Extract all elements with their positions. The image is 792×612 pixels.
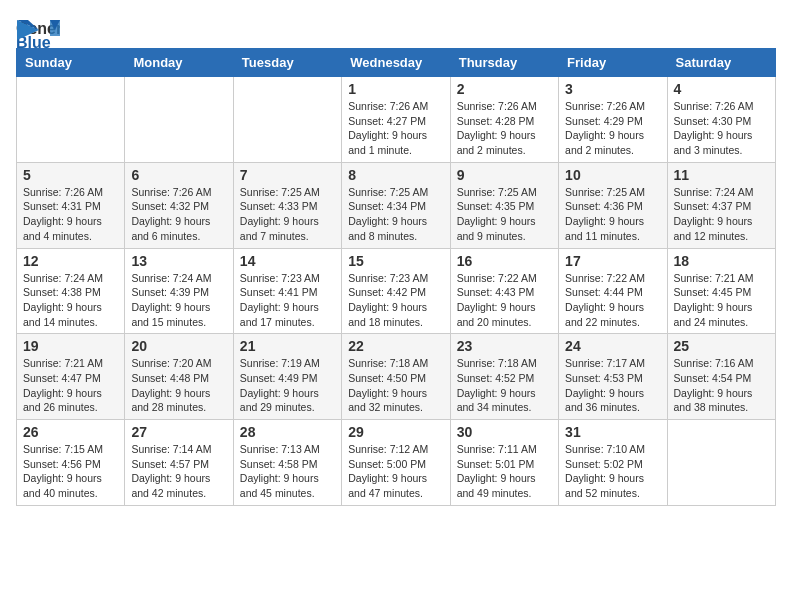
day-info: Sunrise: 7:12 AM Sunset: 5:00 PM Dayligh… bbox=[348, 442, 443, 501]
logo-triangle-icon bbox=[17, 20, 39, 40]
day-number: 11 bbox=[674, 167, 769, 183]
calendar-cell bbox=[17, 77, 125, 163]
day-number: 22 bbox=[348, 338, 443, 354]
calendar-table: SundayMondayTuesdayWednesdayThursdayFrid… bbox=[16, 48, 776, 506]
day-info: Sunrise: 7:22 AM Sunset: 4:44 PM Dayligh… bbox=[565, 271, 660, 330]
calendar-cell: 8Sunrise: 7:25 AM Sunset: 4:34 PM Daylig… bbox=[342, 162, 450, 248]
day-info: Sunrise: 7:26 AM Sunset: 4:29 PM Dayligh… bbox=[565, 99, 660, 158]
calendar-cell: 11Sunrise: 7:24 AM Sunset: 4:37 PM Dayli… bbox=[667, 162, 775, 248]
calendar-header-row: SundayMondayTuesdayWednesdayThursdayFrid… bbox=[17, 49, 776, 77]
day-number: 7 bbox=[240, 167, 335, 183]
calendar-cell: 9Sunrise: 7:25 AM Sunset: 4:35 PM Daylig… bbox=[450, 162, 558, 248]
day-number: 15 bbox=[348, 253, 443, 269]
day-number: 19 bbox=[23, 338, 118, 354]
calendar-cell: 19Sunrise: 7:21 AM Sunset: 4:47 PM Dayli… bbox=[17, 334, 125, 420]
day-header-friday: Friday bbox=[559, 49, 667, 77]
calendar-cell: 17Sunrise: 7:22 AM Sunset: 4:44 PM Dayli… bbox=[559, 248, 667, 334]
day-info: Sunrise: 7:26 AM Sunset: 4:27 PM Dayligh… bbox=[348, 99, 443, 158]
day-info: Sunrise: 7:21 AM Sunset: 4:47 PM Dayligh… bbox=[23, 356, 118, 415]
day-info: Sunrise: 7:25 AM Sunset: 4:34 PM Dayligh… bbox=[348, 185, 443, 244]
day-number: 28 bbox=[240, 424, 335, 440]
calendar-cell: 31Sunrise: 7:10 AM Sunset: 5:02 PM Dayli… bbox=[559, 420, 667, 506]
calendar-cell: 29Sunrise: 7:12 AM Sunset: 5:00 PM Dayli… bbox=[342, 420, 450, 506]
day-info: Sunrise: 7:26 AM Sunset: 4:31 PM Dayligh… bbox=[23, 185, 118, 244]
day-header-thursday: Thursday bbox=[450, 49, 558, 77]
day-info: Sunrise: 7:18 AM Sunset: 4:50 PM Dayligh… bbox=[348, 356, 443, 415]
day-number: 23 bbox=[457, 338, 552, 354]
calendar-cell: 26Sunrise: 7:15 AM Sunset: 4:56 PM Dayli… bbox=[17, 420, 125, 506]
day-info: Sunrise: 7:25 AM Sunset: 4:35 PM Dayligh… bbox=[457, 185, 552, 244]
day-number: 3 bbox=[565, 81, 660, 97]
day-info: Sunrise: 7:11 AM Sunset: 5:01 PM Dayligh… bbox=[457, 442, 552, 501]
day-number: 31 bbox=[565, 424, 660, 440]
calendar-cell: 4Sunrise: 7:26 AM Sunset: 4:30 PM Daylig… bbox=[667, 77, 775, 163]
calendar-cell: 27Sunrise: 7:14 AM Sunset: 4:57 PM Dayli… bbox=[125, 420, 233, 506]
day-info: Sunrise: 7:15 AM Sunset: 4:56 PM Dayligh… bbox=[23, 442, 118, 501]
day-number: 12 bbox=[23, 253, 118, 269]
day-info: Sunrise: 7:10 AM Sunset: 5:02 PM Dayligh… bbox=[565, 442, 660, 501]
day-info: Sunrise: 7:21 AM Sunset: 4:45 PM Dayligh… bbox=[674, 271, 769, 330]
calendar-cell: 30Sunrise: 7:11 AM Sunset: 5:01 PM Dayli… bbox=[450, 420, 558, 506]
calendar-cell bbox=[233, 77, 341, 163]
day-number: 16 bbox=[457, 253, 552, 269]
day-header-monday: Monday bbox=[125, 49, 233, 77]
day-number: 10 bbox=[565, 167, 660, 183]
calendar-cell: 7Sunrise: 7:25 AM Sunset: 4:33 PM Daylig… bbox=[233, 162, 341, 248]
day-number: 25 bbox=[674, 338, 769, 354]
day-info: Sunrise: 7:24 AM Sunset: 4:39 PM Dayligh… bbox=[131, 271, 226, 330]
calendar-cell: 14Sunrise: 7:23 AM Sunset: 4:41 PM Dayli… bbox=[233, 248, 341, 334]
day-number: 30 bbox=[457, 424, 552, 440]
calendar-cell: 18Sunrise: 7:21 AM Sunset: 4:45 PM Dayli… bbox=[667, 248, 775, 334]
calendar-cell: 6Sunrise: 7:26 AM Sunset: 4:32 PM Daylig… bbox=[125, 162, 233, 248]
calendar-week-3: 12Sunrise: 7:24 AM Sunset: 4:38 PM Dayli… bbox=[17, 248, 776, 334]
calendar-cell: 3Sunrise: 7:26 AM Sunset: 4:29 PM Daylig… bbox=[559, 77, 667, 163]
day-number: 29 bbox=[348, 424, 443, 440]
day-info: Sunrise: 7:18 AM Sunset: 4:52 PM Dayligh… bbox=[457, 356, 552, 415]
day-number: 26 bbox=[23, 424, 118, 440]
day-header-wednesday: Wednesday bbox=[342, 49, 450, 77]
day-header-tuesday: Tuesday bbox=[233, 49, 341, 77]
calendar-cell: 25Sunrise: 7:16 AM Sunset: 4:54 PM Dayli… bbox=[667, 334, 775, 420]
calendar-cell: 13Sunrise: 7:24 AM Sunset: 4:39 PM Dayli… bbox=[125, 248, 233, 334]
day-number: 4 bbox=[674, 81, 769, 97]
day-info: Sunrise: 7:20 AM Sunset: 4:48 PM Dayligh… bbox=[131, 356, 226, 415]
calendar-cell: 15Sunrise: 7:23 AM Sunset: 4:42 PM Dayli… bbox=[342, 248, 450, 334]
page-header: General Blue bbox=[16, 16, 776, 36]
calendar-cell: 16Sunrise: 7:22 AM Sunset: 4:43 PM Dayli… bbox=[450, 248, 558, 334]
calendar-week-5: 26Sunrise: 7:15 AM Sunset: 4:56 PM Dayli… bbox=[17, 420, 776, 506]
day-info: Sunrise: 7:13 AM Sunset: 4:58 PM Dayligh… bbox=[240, 442, 335, 501]
day-number: 9 bbox=[457, 167, 552, 183]
calendar-cell: 2Sunrise: 7:26 AM Sunset: 4:28 PM Daylig… bbox=[450, 77, 558, 163]
day-number: 8 bbox=[348, 167, 443, 183]
day-info: Sunrise: 7:26 AM Sunset: 4:30 PM Dayligh… bbox=[674, 99, 769, 158]
day-info: Sunrise: 7:16 AM Sunset: 4:54 PM Dayligh… bbox=[674, 356, 769, 415]
day-info: Sunrise: 7:17 AM Sunset: 4:53 PM Dayligh… bbox=[565, 356, 660, 415]
day-number: 1 bbox=[348, 81, 443, 97]
day-number: 17 bbox=[565, 253, 660, 269]
calendar-cell: 10Sunrise: 7:25 AM Sunset: 4:36 PM Dayli… bbox=[559, 162, 667, 248]
calendar-week-1: 1Sunrise: 7:26 AM Sunset: 4:27 PM Daylig… bbox=[17, 77, 776, 163]
day-info: Sunrise: 7:26 AM Sunset: 4:32 PM Dayligh… bbox=[131, 185, 226, 244]
calendar-cell: 21Sunrise: 7:19 AM Sunset: 4:49 PM Dayli… bbox=[233, 334, 341, 420]
day-header-sunday: Sunday bbox=[17, 49, 125, 77]
calendar-cell: 20Sunrise: 7:20 AM Sunset: 4:48 PM Dayli… bbox=[125, 334, 233, 420]
day-info: Sunrise: 7:25 AM Sunset: 4:36 PM Dayligh… bbox=[565, 185, 660, 244]
day-info: Sunrise: 7:24 AM Sunset: 4:38 PM Dayligh… bbox=[23, 271, 118, 330]
day-number: 18 bbox=[674, 253, 769, 269]
day-number: 20 bbox=[131, 338, 226, 354]
calendar-cell: 1Sunrise: 7:26 AM Sunset: 4:27 PM Daylig… bbox=[342, 77, 450, 163]
day-number: 14 bbox=[240, 253, 335, 269]
day-header-saturday: Saturday bbox=[667, 49, 775, 77]
day-info: Sunrise: 7:23 AM Sunset: 4:41 PM Dayligh… bbox=[240, 271, 335, 330]
calendar-cell: 5Sunrise: 7:26 AM Sunset: 4:31 PM Daylig… bbox=[17, 162, 125, 248]
calendar-cell: 22Sunrise: 7:18 AM Sunset: 4:50 PM Dayli… bbox=[342, 334, 450, 420]
day-number: 5 bbox=[23, 167, 118, 183]
calendar-week-2: 5Sunrise: 7:26 AM Sunset: 4:31 PM Daylig… bbox=[17, 162, 776, 248]
day-info: Sunrise: 7:26 AM Sunset: 4:28 PM Dayligh… bbox=[457, 99, 552, 158]
calendar-cell: 23Sunrise: 7:18 AM Sunset: 4:52 PM Dayli… bbox=[450, 334, 558, 420]
day-number: 21 bbox=[240, 338, 335, 354]
day-info: Sunrise: 7:24 AM Sunset: 4:37 PM Dayligh… bbox=[674, 185, 769, 244]
logo: General Blue bbox=[16, 16, 60, 36]
day-number: 2 bbox=[457, 81, 552, 97]
day-info: Sunrise: 7:19 AM Sunset: 4:49 PM Dayligh… bbox=[240, 356, 335, 415]
